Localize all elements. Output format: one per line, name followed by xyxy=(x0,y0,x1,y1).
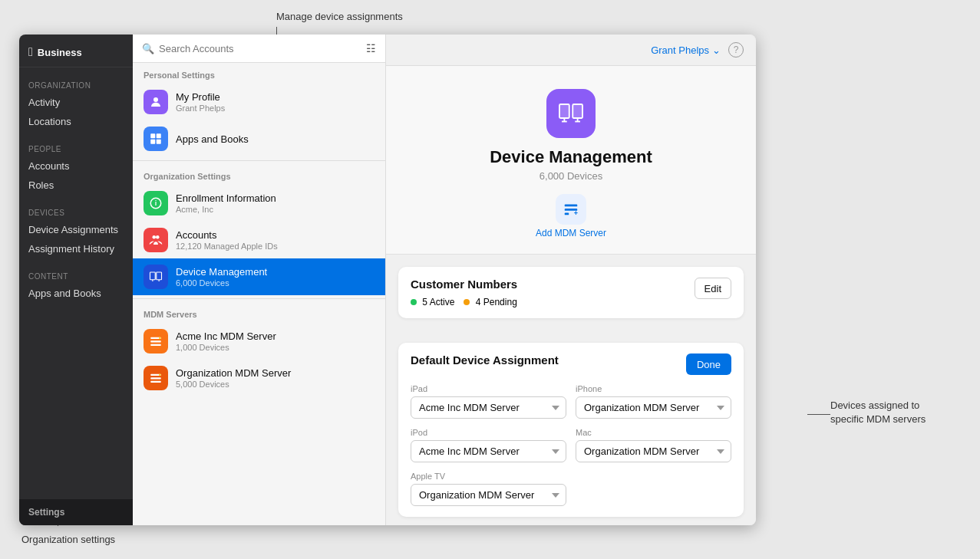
chevron-down-icon: ⌄ xyxy=(712,44,721,56)
my-profile-text: My Profile Grant Phelps xyxy=(176,91,375,113)
apple-tv-inner: Apple TV Organization MDM Server xyxy=(411,472,566,506)
pending-dot xyxy=(464,299,470,305)
acme-mdm-text: Acme Inc MDM Server 1,000 Devices xyxy=(176,330,375,352)
sidebar-item-accounts[interactable]: Accounts xyxy=(19,156,133,176)
hero-icon xyxy=(546,89,596,138)
list-item-device-management[interactable]: Device Management 6,000 Devices xyxy=(133,258,385,295)
add-mdm-icon: + xyxy=(556,194,586,225)
acme-mdm-icon xyxy=(144,329,168,353)
svg-point-0 xyxy=(153,97,158,102)
svg-rect-27 xyxy=(565,205,578,207)
user-name: Grant Phelps xyxy=(651,44,709,56)
main-header: Grant Phelps ⌄ ? xyxy=(386,35,756,66)
customer-numbers-row: Customer Numbers 5 Active 4 Pending xyxy=(411,278,731,307)
sidebar-footer-settings[interactable]: Settings xyxy=(19,499,133,525)
list-item-org-mdm[interactable]: Organization MDM Server 5,000 Devices xyxy=(133,360,385,396)
svg-rect-22 xyxy=(572,104,582,118)
personal-settings-header: Personal Settings xyxy=(133,63,385,84)
my-profile-sub: Grant Phelps xyxy=(176,104,375,113)
apps-books-text: Apps and Books xyxy=(176,133,375,145)
device-management-sub: 6,000 Devices xyxy=(176,278,375,288)
sidebar-item-device-assignments[interactable]: Device Assignments xyxy=(19,220,133,239)
sidebar-logo-text: Business xyxy=(38,47,82,58)
filter-icon[interactable]: ☷ xyxy=(366,42,376,54)
svg-rect-29 xyxy=(565,213,569,215)
sidebar-label-content: Content xyxy=(19,263,133,284)
svg-point-7 xyxy=(153,235,157,239)
svg-rect-4 xyxy=(157,140,161,144)
sidebar-label-organization: Organization xyxy=(19,72,133,93)
svg-rect-2 xyxy=(157,133,161,138)
ipad-field: iPad Acme Inc MDM Server xyxy=(411,384,566,419)
iphone-field: iPhone Organization MDM Server xyxy=(576,384,731,419)
org-mdm-title: Organization MDM Server xyxy=(176,367,375,379)
mac-select[interactable]: Organization MDM Server xyxy=(576,440,731,462)
middle-panel: 🔍 ☷ Personal Settings My Profile Grant P… xyxy=(133,35,386,525)
apps-books-title: Apps and Books xyxy=(176,133,375,145)
ipod-select[interactable]: Acme Inc MDM Server xyxy=(411,440,566,462)
customer-numbers-title: Customer Numbers xyxy=(411,278,517,291)
list-item-acme-mdm[interactable]: Acme Inc MDM Server 1,000 Devices xyxy=(133,323,385,360)
pending-status: 4 Pending xyxy=(464,297,516,307)
svg-rect-14 xyxy=(150,340,161,342)
list-item-enrollment[interactable]: i Enrollment Information Acme, Inc xyxy=(133,185,385,222)
enrollment-text: Enrollment Information Acme, Inc xyxy=(176,192,375,214)
svg-rect-1 xyxy=(150,133,155,138)
device-management-text: Device Management 6,000 Devices xyxy=(176,266,375,288)
svg-text:i: i xyxy=(155,199,157,207)
mac-field: Mac Organization MDM Server xyxy=(576,428,731,462)
divider-2 xyxy=(133,298,385,299)
assignment-title: Default Device Assignment xyxy=(411,353,559,367)
org-mdm-text: Organization MDM Server 5,000 Devices xyxy=(176,367,375,389)
svg-rect-10 xyxy=(157,272,162,280)
apple-tv-select[interactable]: Organization MDM Server xyxy=(411,484,566,506)
help-button[interactable]: ? xyxy=(728,42,744,58)
user-button[interactable]: Grant Phelps ⌄ xyxy=(651,44,721,56)
device-assignment-grid: iPad Acme Inc MDM Server iPhone Organiza… xyxy=(411,384,731,462)
acme-mdm-sub: 1,000 Devices xyxy=(176,343,375,352)
annotation-line-devices xyxy=(807,414,830,415)
edit-button[interactable]: Edit xyxy=(695,278,731,299)
default-assignment-section: Default Device Assignment Done iPad Acme… xyxy=(398,343,744,517)
accounts-icon xyxy=(144,228,168,252)
search-input[interactable] xyxy=(159,43,361,54)
sidebar-item-locations[interactable]: Locations xyxy=(19,112,133,131)
customer-numbers-left: Customer Numbers 5 Active 4 Pending xyxy=(411,278,517,307)
add-mdm-label: Add MDM Server xyxy=(536,228,606,238)
sidebar-section-content: Content Apps and Books xyxy=(19,263,133,303)
add-mdm-button[interactable]: + Add MDM Server xyxy=(536,194,606,238)
devices-assigned-annotation: Devices assigned tospecific MDM servers xyxy=(830,399,968,426)
apple-tv-label: Apple TV xyxy=(411,472,566,481)
hero-section: Device Management 6,000 Devices + Add MD… xyxy=(386,66,756,255)
ipad-select[interactable]: Acme Inc MDM Server xyxy=(411,396,566,419)
divider-1 xyxy=(133,160,385,161)
sidebar-item-activity[interactable]: Activity xyxy=(19,93,133,112)
org-settings-annotation: Organization settings xyxy=(21,534,115,545)
mdm-servers-header: MDM Servers xyxy=(133,302,385,323)
hero-title: Device Management xyxy=(490,147,652,167)
iphone-select[interactable]: Organization MDM Server xyxy=(576,396,731,419)
active-label: Active xyxy=(430,297,455,307)
org-mdm-icon xyxy=(144,366,168,390)
apps-books-icon xyxy=(144,127,168,151)
sidebar-item-apps-and-books[interactable]: Apps and Books xyxy=(19,284,133,303)
sidebar:  Business Organization Activity Locatio… xyxy=(19,35,133,525)
active-count: 5 xyxy=(422,297,427,307)
done-button[interactable]: Done xyxy=(686,353,731,375)
sidebar-label-people: People xyxy=(19,136,133,156)
main-content: Grant Phelps ⌄ ? Device Management 6,000… xyxy=(386,35,756,525)
sidebar-item-roles[interactable]: Roles xyxy=(19,176,133,195)
svg-rect-3 xyxy=(150,140,155,144)
enrollment-sub: Acme, Inc xyxy=(176,205,375,214)
apple-icon:  xyxy=(28,45,33,59)
sidebar-section-organization: Organization Activity Locations xyxy=(19,72,133,131)
ipad-label: iPad xyxy=(411,384,566,393)
list-item-apps-books[interactable]: Apps and Books xyxy=(133,120,385,157)
list-item-accounts-org[interactable]: Accounts 12,120 Managed Apple IDs xyxy=(133,222,385,258)
ipod-field: iPod Acme Inc MDM Server xyxy=(411,428,566,462)
list-item-my-profile[interactable]: My Profile Grant Phelps xyxy=(133,84,385,120)
sidebar-item-assignment-history[interactable]: Assignment History xyxy=(19,239,133,258)
svg-text:+: + xyxy=(574,209,578,217)
svg-rect-21 xyxy=(559,104,569,118)
sidebar-section-devices: Devices Device Assignments Assignment Hi… xyxy=(19,199,133,258)
